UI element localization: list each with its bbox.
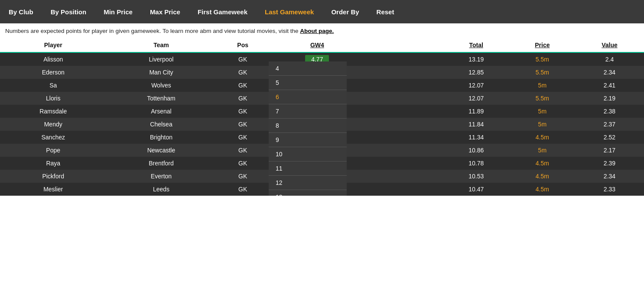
cell-player: Pope [0, 144, 106, 157]
cell-total: 10.53 [443, 170, 510, 183]
col-blank [365, 38, 443, 52]
cell-team: Brighton [106, 131, 216, 144]
col-value: Value [575, 38, 644, 52]
cell-pos: GK [216, 79, 270, 92]
cell-blank [365, 144, 443, 157]
dropdown-option-13[interactable]: 13 [269, 190, 347, 196]
cell-player: Ramsdale [0, 105, 106, 118]
cell-player: Sanchez [0, 131, 106, 144]
cell-pos: GK [216, 52, 270, 66]
info-text2: m and view tutorial movies, visit the [206, 28, 300, 34]
cell-team: Brentford [106, 157, 216, 170]
dropdown-option-4[interactable]: 4 [269, 61, 347, 76]
cell-blank [365, 157, 443, 170]
last-gameweek-dropdown[interactable]: 45678910111213141516171819 [269, 61, 347, 196]
cell-total: 11.89 [443, 105, 510, 118]
toolbar-max-price[interactable]: Max Price [146, 6, 185, 18]
cell-blank [365, 118, 443, 131]
cell-total: 10.47 [443, 183, 510, 196]
cell-blank [365, 79, 443, 92]
toolbar-by-club[interactable]: By Club [4, 6, 38, 18]
col-price: Price [510, 38, 575, 52]
cell-team: Arsenal [106, 105, 216, 118]
dropdown-option-12[interactable]: 12 [269, 176, 347, 190]
cell-value: 2.34 [575, 66, 644, 79]
cell-value: 2.34 [575, 170, 644, 183]
cell-player: Mendy [0, 118, 106, 131]
cell-pos: GK [216, 183, 270, 196]
dropdown-option-10[interactable]: 10 [269, 147, 347, 161]
cell-pos: GK [216, 118, 270, 131]
cell-value: 2.37 [575, 118, 644, 131]
cell-pos: GK [216, 144, 270, 157]
cell-player: Alisson [0, 52, 106, 66]
cell-pos: GK [216, 105, 270, 118]
dropdown-option-7[interactable]: 7 [269, 104, 347, 119]
toolbar-min-price[interactable]: Min Price [99, 6, 137, 18]
dropdown-option-8[interactable]: 8 [269, 119, 347, 133]
cell-pos: GK [216, 66, 270, 79]
toolbar-order-by[interactable]: Order By [327, 6, 363, 18]
col-gw: GW4 [270, 38, 365, 52]
cell-blank [365, 131, 443, 144]
cell-price: 5m [510, 118, 575, 131]
cell-pos: GK [216, 170, 270, 183]
dropdown-option-9[interactable]: 9 [269, 133, 347, 147]
cell-value: 2.52 [575, 131, 644, 144]
cell-blank [365, 52, 443, 66]
toolbar-last-gameweek[interactable]: Last Gameweek [260, 6, 318, 18]
info-text: Numbers are expected points for player i… [5, 28, 206, 34]
dropdown-option-5[interactable]: 5 [269, 76, 347, 90]
col-pos: Pos [216, 38, 270, 52]
cell-player: Raya [0, 157, 106, 170]
cell-price: 4.5m [510, 157, 575, 170]
cell-price: 5.5m [510, 92, 575, 105]
cell-total: 12.07 [443, 79, 510, 92]
cell-pos: GK [216, 92, 270, 105]
cell-player: Ederson [0, 66, 106, 79]
info-bar: Numbers are expected points for player i… [0, 23, 644, 38]
cell-value: 2.17 [575, 144, 644, 157]
cell-team: Man City [106, 66, 216, 79]
cell-player: Lloris [0, 92, 106, 105]
col-team: Team [106, 38, 216, 52]
cell-player: Sa [0, 79, 106, 92]
cell-blank [365, 66, 443, 79]
toolbar-by-position[interactable]: By Position [46, 6, 91, 18]
cell-pos: GK [216, 131, 270, 144]
table-wrap: Player Team Pos GW4 Total Price Value Al… [0, 38, 644, 196]
cell-team: Chelsea [106, 118, 216, 131]
cell-player: Pickford [0, 170, 106, 183]
cell-price: 5m [510, 105, 575, 118]
cell-player: Meslier [0, 183, 106, 196]
cell-total: 10.78 [443, 157, 510, 170]
cell-team: Everton [106, 170, 216, 183]
cell-value: 2.19 [575, 92, 644, 105]
cell-price: 5.5m [510, 66, 575, 79]
toolbar: By Club By Position Min Price Max Price … [0, 0, 644, 23]
cell-price: 5m [510, 79, 575, 92]
cell-price: 4.5m [510, 170, 575, 183]
cell-pos: GK [216, 157, 270, 170]
cell-total: 13.19 [443, 52, 510, 66]
cell-price: 4.5m [510, 183, 575, 196]
cell-total: 12.07 [443, 92, 510, 105]
cell-team: Newcastle [106, 144, 216, 157]
about-link[interactable]: About page. [300, 28, 334, 34]
cell-total: 11.34 [443, 131, 510, 144]
toolbar-reset[interactable]: Reset [372, 6, 399, 18]
cell-blank [365, 170, 443, 183]
cell-team: Tottenham [106, 92, 216, 105]
cell-value: 2.38 [575, 105, 644, 118]
cell-value: 2.33 [575, 183, 644, 196]
cell-value: 2.39 [575, 157, 644, 170]
dropdown-option-11[interactable]: 11 [269, 161, 347, 176]
cell-value: 2.41 [575, 79, 644, 92]
toolbar-first-gameweek[interactable]: First Gameweek [193, 6, 252, 18]
cell-price: 5.5m [510, 52, 575, 66]
cell-value: 2.4 [575, 52, 644, 66]
cell-team: Liverpool [106, 52, 216, 66]
cell-total: 11.84 [443, 118, 510, 131]
cell-price: 5m [510, 144, 575, 157]
dropdown-option-6[interactable]: 6 [269, 90, 347, 104]
